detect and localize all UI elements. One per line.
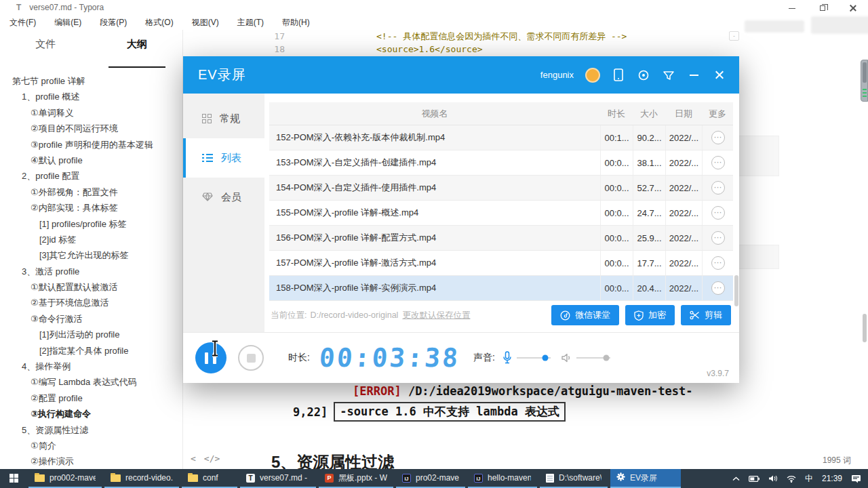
restore-button[interactable] xyxy=(807,0,837,16)
tray-expand-icon[interactable] xyxy=(732,476,740,481)
ime-indicator[interactable]: 中 xyxy=(805,473,813,485)
microphone-icon[interactable] xyxy=(500,351,514,365)
outline-item[interactable]: ④默认 profile xyxy=(0,152,182,168)
outline-item[interactable]: ③profile 声明和使用的基本逻辑 xyxy=(0,137,182,152)
header-size[interactable]: 大小 xyxy=(633,102,665,125)
header-more[interactable]: 更多 xyxy=(702,102,733,125)
outline-item[interactable]: 3、激活 profile xyxy=(0,264,182,279)
ev-close-button[interactable] xyxy=(712,68,726,82)
taskbar-item-powerpoint[interactable]: P 黑板.pptx - W... xyxy=(319,469,393,488)
taskbar-item-typora[interactable]: T verse07.md - ... xyxy=(240,469,316,488)
header-date[interactable]: 日期 xyxy=(665,102,702,125)
outline-item[interactable]: ①外部视角：配置文件 xyxy=(0,184,182,200)
outline-item[interactable]: ③命令行激活 xyxy=(0,311,182,327)
menu-paragraph[interactable]: 段落(P) xyxy=(100,17,127,28)
outline-item[interactable]: [2]id 标签 xyxy=(0,232,182,247)
menu-edit[interactable]: 编辑(E) xyxy=(54,17,81,28)
nav-general[interactable]: 常规 xyxy=(183,99,264,138)
video-row[interactable]: 155-POM深入-profile 详解-概述.mp4 00:0... 24.7… xyxy=(269,201,733,226)
more-button[interactable]: ··· xyxy=(711,231,725,245)
outline-item[interactable]: ②基于环境信息激活 xyxy=(0,295,182,310)
video-row[interactable]: 154-POM深入-自定义插件-使用插件.mp4 00:0... 52.7...… xyxy=(269,176,733,201)
more-button[interactable]: ··· xyxy=(711,206,725,220)
outline-item[interactable]: ①默认配置默认被激活 xyxy=(0,279,182,295)
outline-item[interactable]: [3]其它允许出现的标签 xyxy=(0,247,182,263)
menu-theme[interactable]: 主题(T) xyxy=(237,17,264,28)
ev-titlebar[interactable]: EV录屏 fengunix xyxy=(183,56,739,94)
ev-minimize-button[interactable] xyxy=(687,68,701,82)
nav-vip[interactable]: 会员 xyxy=(183,178,264,217)
speaker-icon[interactable] xyxy=(560,351,574,365)
close-button[interactable] xyxy=(837,0,868,16)
speaker-volume-slider[interactable] xyxy=(576,357,610,359)
avatar[interactable] xyxy=(585,68,600,83)
code-lang-selector[interactable]: - xyxy=(729,31,739,41)
video-row[interactable]: 153-POM深入-自定义插件-创建插件.mp4 00:0... 38.1...… xyxy=(269,150,733,176)
edge-dock-widget[interactable] xyxy=(861,60,868,102)
taskbar-item-idea[interactable]: IJ hello-maven-... xyxy=(468,469,537,488)
outline-item[interactable]: [1] profiles/profile 标签 xyxy=(0,216,182,232)
start-button[interactable] xyxy=(0,469,28,488)
source-mode-icon[interactable]: </> xyxy=(204,453,220,464)
more-button[interactable]: ··· xyxy=(711,181,725,195)
settings-icon[interactable] xyxy=(637,68,650,82)
battery-icon[interactable] xyxy=(749,476,760,482)
pause-button[interactable] xyxy=(195,342,226,373)
video-row[interactable]: 152-POM深入-依赖补充-版本仲裁机制.mp4 00:1... 90.2..… xyxy=(269,125,733,150)
encrypt-button[interactable]: 加密 xyxy=(625,305,675,325)
outline-item[interactable]: ①简介 xyxy=(0,438,182,453)
nav-list[interactable]: 列表 xyxy=(183,138,264,178)
outline-item[interactable]: 2、profile 配置 xyxy=(0,168,182,184)
editor-scrollbar[interactable] xyxy=(863,314,867,342)
mic-volume-slider[interactable] xyxy=(517,357,551,359)
outline-item[interactable]: 4、操作举例 xyxy=(0,359,182,374)
outline-item[interactable]: ②内部实现：具体标签 xyxy=(0,200,182,216)
outline-item[interactable]: ①单词释义 xyxy=(0,105,182,121)
video-row-selected[interactable]: 158-POM深入-profile 详解-实例演示.mp4 00:0... 20… xyxy=(269,276,733,301)
taskbar-item-folder[interactable]: record-video... xyxy=(104,469,179,488)
outline-item[interactable]: ②配置 profile xyxy=(0,390,182,406)
minimize-button[interactable] xyxy=(776,0,807,16)
menu-view[interactable]: 视图(V) xyxy=(192,17,219,28)
more-button[interactable]: ··· xyxy=(711,131,725,144)
network-icon[interactable] xyxy=(787,475,796,483)
outline-item[interactable]: 1、profile 概述 xyxy=(0,89,182,104)
list-scrollbar[interactable] xyxy=(734,275,738,306)
wechat-class-button[interactable]: 微信课堂 xyxy=(551,305,619,325)
taskbar-item-ev-active[interactable]: EV录屏 xyxy=(610,469,681,488)
taskbar-item-notepad[interactable]: D:\software\a... xyxy=(540,469,608,488)
username[interactable]: fengunix xyxy=(540,70,574,80)
change-path-link[interactable]: 更改默认保存位置 xyxy=(402,310,470,321)
outline-item[interactable]: [2]指定某个具体 profile xyxy=(0,343,182,359)
outline-item[interactable]: 第七节 profile 详解 xyxy=(0,73,182,89)
video-row[interactable]: 156-POM深入-profile 详解-配置方式.mp4 00:0... 25… xyxy=(269,226,733,251)
tab-files[interactable]: 文件 xyxy=(0,38,92,61)
video-row[interactable]: 157-POM深入-profile 详解-激活方式.mp4 00:0... 17… xyxy=(269,251,733,276)
taskbar-item-idea[interactable]: IJ pro02-maven... xyxy=(396,469,465,488)
outline-item-current[interactable]: ③执行构建命令 xyxy=(0,406,182,422)
header-name[interactable]: 视频名 xyxy=(269,102,600,125)
clock[interactable]: 21:39 xyxy=(822,474,842,483)
filter-menu-icon[interactable] xyxy=(662,68,675,82)
more-button[interactable]: ··· xyxy=(711,281,725,295)
stop-button[interactable] xyxy=(238,345,264,371)
clip-button[interactable]: 剪辑 xyxy=(681,305,731,325)
menu-help[interactable]: 帮助(H) xyxy=(282,17,310,28)
volume-icon[interactable] xyxy=(768,474,778,483)
phone-icon[interactable] xyxy=(612,68,625,82)
more-button[interactable]: ··· xyxy=(711,256,725,270)
outline-item[interactable]: ①编写 Lambda 表达式代码 xyxy=(0,374,182,390)
menu-format[interactable]: 格式(O) xyxy=(145,17,173,28)
outline-item[interactable]: ②操作演示 xyxy=(0,453,182,469)
menu-file[interactable]: 文件(F) xyxy=(9,17,36,28)
sidebar-toggle-icon[interactable]: < xyxy=(191,453,196,464)
code-block[interactable]: 17 <!-- 具体配置信息会因为插件不同、需求不同而有所差异 --> 18 <… xyxy=(183,30,868,58)
outline-item[interactable]: [1]列出活动的 profile xyxy=(0,327,182,342)
outline-item[interactable]: 5、资源属性过滤 xyxy=(0,422,182,438)
taskbar-item-folder[interactable]: pro002-maven xyxy=(28,469,102,488)
more-button[interactable]: ··· xyxy=(711,156,725,169)
taskbar-item-folder[interactable]: conf xyxy=(182,469,237,488)
tab-outline[interactable]: 大纲 xyxy=(92,38,183,61)
outline-item[interactable]: ②项目的不同运行环境 xyxy=(0,121,182,136)
header-duration[interactable]: 时长 xyxy=(600,102,633,125)
